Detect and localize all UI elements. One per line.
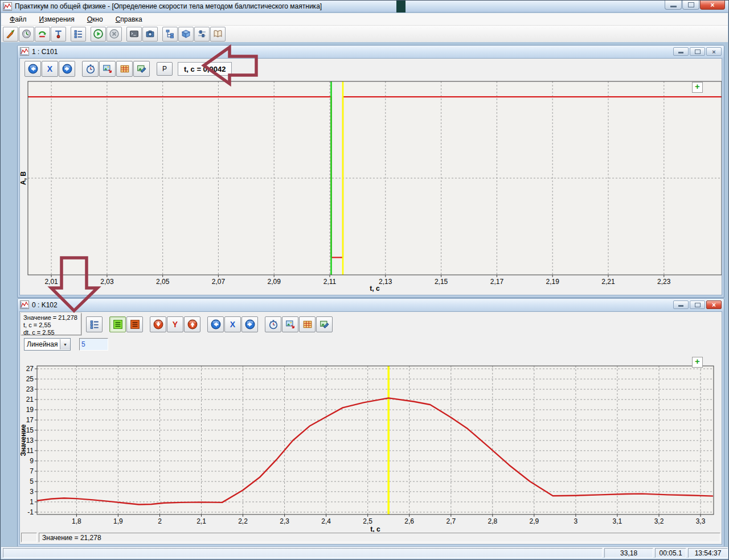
c101-restore-button[interactable] — [690, 47, 705, 56]
list-button[interactable] — [71, 27, 86, 42]
c101-zoom-in-button[interactable]: + — [692, 82, 703, 93]
k102-restore-button[interactable] — [690, 300, 705, 309]
svg-text:2,2: 2,2 — [238, 517, 248, 525]
menu-item-window[interactable]: Окно — [81, 14, 109, 24]
legend-button[interactable] — [86, 316, 103, 332]
window-c101: 1 : C101 × XPt, c = 0,0042 2,012,032,052… — [17, 45, 724, 298]
menu-item-file[interactable]: Файл — [3, 14, 33, 24]
y-scale-button[interactable]: Y — [167, 316, 183, 332]
stop-button[interactable] — [107, 27, 122, 42]
k102-toolbar: YX — [20, 312, 722, 337]
svg-text:2,11: 2,11 — [323, 278, 337, 286]
svg-text:2,21: 2,21 — [601, 278, 615, 286]
k102-window-title: 0 : K102 — [32, 301, 58, 309]
svg-text:21: 21 — [26, 396, 34, 403]
values-green-button[interactable] — [109, 316, 126, 332]
svg-text:23: 23 — [26, 385, 34, 393]
app-icon — [3, 2, 12, 11]
prev-button[interactable] — [24, 61, 41, 77]
tree-button[interactable] — [162, 27, 178, 42]
svg-text:3,2: 3,2 — [654, 517, 664, 525]
restore-button[interactable] — [682, 1, 699, 10]
scale-up-button[interactable] — [184, 316, 200, 332]
scale-type-dropdown[interactable]: Линейная ▼ — [24, 338, 71, 351]
screenshot-artifact — [396, 1, 406, 13]
chevron-down-icon[interactable]: ▼ — [60, 339, 70, 349]
svg-text:2: 2 — [158, 517, 162, 525]
export-image-button[interactable] — [282, 316, 298, 332]
camera-button[interactable] — [142, 27, 158, 42]
svg-text:2,8: 2,8 — [488, 517, 497, 525]
svg-text:3: 3 — [30, 488, 34, 496]
svg-text:t, c: t, c — [370, 285, 380, 293]
mdi-area: 1 : C101 × XPt, c = 0,0042 2,012,032,052… — [1, 42, 728, 547]
c101-chart[interactable]: 2,012,032,052,072,092,112,132,152,172,19… — [20, 80, 722, 293]
c101-title-bar[interactable]: 1 : C101 × — [18, 46, 724, 57]
prev-button[interactable] — [207, 316, 224, 332]
start-button[interactable] — [91, 27, 106, 42]
k102-status-grip — [21, 533, 37, 542]
table-button[interactable] — [299, 316, 316, 332]
svg-text:5: 5 — [30, 477, 34, 485]
menu-item-help[interactable]: Справка — [109, 14, 149, 24]
svg-text:-1: -1 — [27, 508, 34, 516]
svg-text:17: 17 — [26, 416, 34, 424]
console-button[interactable] — [126, 27, 142, 42]
cursor-dt-readout: t, c = 0,0042 — [178, 62, 232, 76]
k102-minimize-button[interactable] — [673, 300, 689, 309]
svg-text:1,8: 1,8 — [72, 517, 81, 525]
x-scale-button[interactable]: X — [42, 61, 58, 77]
status-panel-main — [3, 548, 603, 558]
edit-image-button[interactable] — [316, 316, 333, 332]
minimize-button[interactable] — [665, 1, 682, 10]
svg-text:7: 7 — [30, 467, 34, 475]
k102-title-bar[interactable]: 0 : K102 × — [18, 299, 724, 311]
k102-chart[interactable]: -1135791113151719212325271,81,922,12,22,… — [20, 352, 722, 534]
undo-button[interactable] — [35, 27, 50, 42]
c101-body: XPt, c = 0,0042 2,012,032,052,072,092,11… — [19, 58, 722, 295]
svg-text:2,1: 2,1 — [196, 517, 206, 525]
scale-down-button[interactable] — [150, 316, 166, 332]
x-scale-button[interactable]: X — [224, 316, 241, 332]
svg-text:25: 25 — [26, 375, 34, 383]
c101-window-icon — [20, 47, 29, 56]
c101-minimize-button[interactable] — [673, 47, 689, 56]
sensor-button[interactable] — [51, 27, 66, 42]
svg-text:2,07: 2,07 — [212, 278, 226, 286]
svg-text:11: 11 — [27, 447, 34, 455]
svg-text:2,9: 2,9 — [529, 517, 539, 525]
edit-image-button[interactable] — [133, 61, 150, 77]
svg-text:27: 27 — [26, 365, 34, 373]
points-count-input[interactable] — [79, 338, 108, 351]
title-bar: Практикум по общей физике - [Определение… — [1, 1, 728, 13]
svg-text:2,05: 2,05 — [156, 278, 170, 286]
k102-status-bar: Значение = 21,278 — [20, 532, 722, 544]
p-button[interactable]: P — [157, 62, 173, 76]
export-image-button[interactable] — [99, 61, 116, 77]
package-button[interactable] — [178, 27, 194, 42]
c101-window-title: 1 : C101 — [32, 48, 58, 56]
svg-text:3: 3 — [574, 517, 578, 525]
svg-text:2,09: 2,09 — [268, 278, 281, 286]
close-button[interactable]: × — [700, 1, 725, 10]
k102-zoom-in-button[interactable]: + — [692, 357, 703, 368]
settings-button[interactable] — [194, 27, 210, 42]
svg-text:2,7: 2,7 — [446, 517, 456, 525]
session-time-button[interactable] — [19, 27, 34, 42]
main-toolbar — [1, 26, 728, 43]
stopwatch-button[interactable] — [82, 61, 99, 77]
c101-close-button[interactable]: × — [706, 47, 722, 56]
launch-button[interactable] — [3, 27, 18, 42]
k102-close-button[interactable]: × — [706, 300, 722, 309]
status-bar: 33,18 00:05.1 13:54:37 — [1, 546, 728, 559]
status-panel-timer: 00:05.1 — [655, 548, 686, 558]
svg-text:3,1: 3,1 — [613, 517, 622, 525]
stopwatch-button[interactable] — [265, 316, 281, 332]
menu-item-measurements[interactable]: Измерения — [33, 14, 81, 24]
help-book-button[interactable] — [210, 27, 226, 42]
values-orange-button[interactable] — [126, 316, 143, 332]
table-button[interactable] — [116, 61, 133, 77]
svg-text:А, В: А, В — [20, 171, 27, 185]
next-button[interactable] — [59, 61, 75, 77]
next-button[interactable] — [241, 316, 258, 332]
